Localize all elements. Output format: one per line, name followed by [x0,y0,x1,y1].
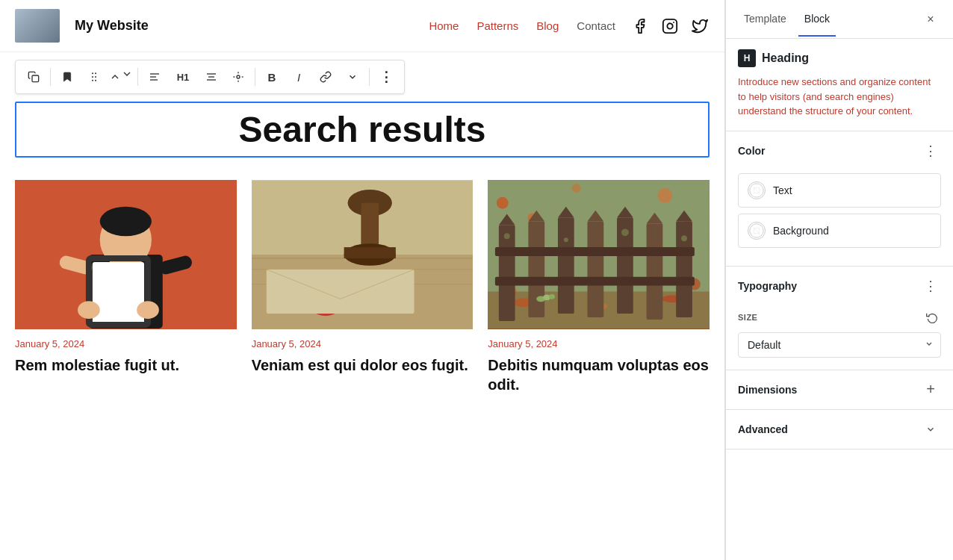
typography-options-button[interactable]: ⋮ [920,276,941,296]
dimensions-add-button[interactable]: + [920,379,941,400]
svg-rect-69 [647,223,663,320]
post-card-2: ✦ January 5, 2024 Veniam est qui dolor e… [252,180,474,394]
toolbar-transform-button[interactable] [226,65,250,89]
color-panel-title: Color [738,145,766,157]
svg-point-81 [549,294,555,299]
svg-point-76 [564,237,568,242]
block-name: Heading [762,52,809,65]
color-text-swatch [748,181,766,199]
nav-contact[interactable]: Contact [577,19,615,32]
color-options: Text Background [726,170,953,266]
toolbar-move-button[interactable] [109,65,133,89]
svg-point-24 [100,207,152,237]
color-panel: Color ⋮ Text [726,131,953,267]
social-icons [630,16,710,36]
svg-line-85 [754,228,759,233]
heading-block[interactable]: Search results [28,109,696,150]
size-select[interactable]: Default Small Medium Large X-Large [738,332,941,358]
typography-panel-header[interactable]: Typography ⋮ [726,267,953,305]
svg-rect-39 [344,247,395,258]
toolbar-link-button[interactable] [314,65,338,89]
color-panel-actions: ⋮ [920,140,941,161]
dimensions-panel: Dimensions + [726,370,953,410]
post-title-3: Debitis numquam voluptas eos odit. [488,355,710,394]
toolbar-divider-1 [50,68,51,86]
site-title: My Website [75,18,149,34]
svg-point-3 [92,72,93,74]
block-description: Introduce new sections and organize cont… [726,75,953,131]
toolbar-divider-2 [137,68,138,86]
post-date-2: January 5, 2024 [252,338,474,349]
svg-rect-2 [32,75,39,82]
twitter-icon[interactable] [690,16,710,36]
toolbar-drag-button[interactable] [82,65,106,89]
post-title-1: Rem molestiae fugit ut. [15,355,237,375]
svg-point-78 [681,235,687,241]
post-date-3: January 5, 2024 [488,338,710,349]
advanced-panel: Advanced [726,410,953,449]
color-background-label: Background [773,225,829,237]
post-image-1 [15,180,237,329]
typography-panel-title: Typography [738,280,797,292]
toolbar-italic-button[interactable]: I [287,65,311,89]
heading-block-wrapper[interactable]: Search results [15,102,710,158]
tab-template[interactable]: Template [738,2,792,37]
svg-rect-59 [499,225,515,321]
toolbar-bold-button[interactable]: B [260,65,284,89]
block-toolbar: H1 B I ⋮ [15,60,405,94]
svg-rect-74 [495,277,695,286]
svg-point-54 [572,184,581,193]
svg-rect-61 [529,222,545,318]
dimensions-panel-title: Dimensions [738,384,797,396]
size-reset-button[interactable] [923,308,941,326]
toolbar-copy-button[interactable] [22,65,46,89]
post-card-1: January 5, 2024 Rem molestiae fugit ut. [15,180,237,394]
svg-rect-27 [93,262,144,325]
svg-rect-43 [266,270,414,314]
toolbar-heading-button[interactable]: H1 [170,65,196,89]
typography-content: SIZE Default Small Medium Large X-Large [726,305,953,370]
toolbar-options-button[interactable]: ⋮ [374,65,398,89]
canvas-area: My Website Home Patterns Blog Contact [0,0,725,560]
sidebar-tabs: Template Block × [726,0,953,39]
facebook-icon[interactable] [630,16,650,36]
svg-point-50 [658,188,673,203]
color-panel-header[interactable]: Color ⋮ [726,131,953,170]
dimensions-panel-header[interactable]: Dimensions + [726,370,953,409]
toolbar-bookmark-button[interactable] [55,65,79,89]
posts-grid: January 5, 2024 Rem molestiae fugit ut. [0,165,724,409]
color-background-option[interactable]: Background [738,214,941,248]
svg-point-48 [497,197,509,209]
block-icon: H [738,49,756,67]
svg-point-6 [95,76,96,78]
size-label: SIZE [738,308,941,326]
advanced-panel-header[interactable]: Advanced [726,410,953,449]
typography-panel-actions: ⋮ [920,276,941,296]
instagram-icon[interactable] [660,16,680,36]
site-nav: Home Patterns Blog Contact [429,19,615,32]
typography-panel: Typography ⋮ SIZE Default Small Medium L… [726,267,953,370]
nav-patterns[interactable]: Patterns [476,19,518,32]
color-options-button[interactable]: ⋮ [920,140,941,161]
toolbar-more-text-button[interactable] [341,65,364,89]
toolbar-align-left-button[interactable] [143,65,167,89]
post-image-2: ✦ [252,180,474,329]
svg-rect-65 [588,222,604,318]
post-date-1: January 5, 2024 [15,338,237,349]
toolbar-divider-4 [369,68,370,86]
advanced-collapse-button[interactable] [920,419,941,440]
size-select-wrapper: Default Small Medium Large X-Large [738,332,941,358]
nav-blog[interactable]: Blog [536,19,559,32]
site-logo [15,9,60,43]
toolbar-align-center-button[interactable] [199,65,223,89]
svg-point-77 [621,228,629,236]
svg-point-7 [92,80,93,81]
svg-rect-63 [558,218,574,314]
tab-block[interactable]: Block [798,2,836,37]
sidebar-close-button[interactable]: × [920,9,941,30]
color-text-option[interactable]: Text [738,173,941,208]
svg-point-29 [78,301,100,319]
nav-home[interactable]: Home [429,19,459,32]
post-title-2: Veniam est qui dolor eos fugit. [252,355,474,375]
svg-line-83 [754,187,759,193]
